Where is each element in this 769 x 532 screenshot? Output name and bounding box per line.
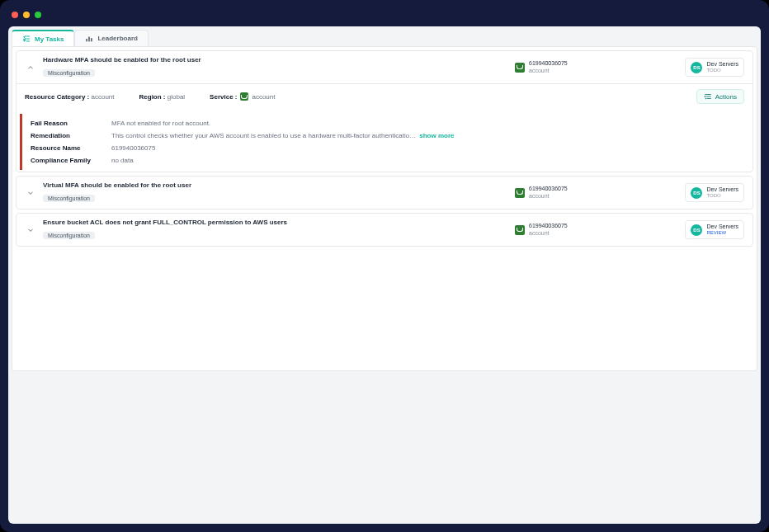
remediation-label: Remediation bbox=[31, 132, 97, 139]
task-card: Virtual MFA should be enabled for the ro… bbox=[16, 176, 753, 210]
actions-icon bbox=[704, 92, 712, 101]
svg-point-7 bbox=[705, 98, 706, 99]
region-label: Region : bbox=[139, 93, 166, 101]
task-server: DS Dev Servers TODO bbox=[670, 58, 744, 76]
remediation-value: This control checks whether your AWS acc… bbox=[111, 132, 416, 139]
aws-icon bbox=[515, 225, 525, 235]
tab-my-tasks[interactable]: My Tasks bbox=[12, 30, 74, 46]
tab-leaderboard-label: Leaderboard bbox=[97, 35, 137, 42]
task-detail-bar: Resource Category : account Region : glo… bbox=[17, 83, 752, 109]
server-badge[interactable]: DS Dev Servers TODO bbox=[685, 58, 744, 76]
maximize-window-icon[interactable] bbox=[35, 12, 41, 18]
server-avatar: DS bbox=[691, 224, 702, 236]
minimize-window-icon[interactable] bbox=[23, 12, 30, 18]
page-surface: My Tasks Leaderboard Hard bbox=[8, 26, 761, 524]
server-name: Dev Servers bbox=[706, 61, 738, 68]
task-title: Ensure bucket ACL does not grant FULL_CO… bbox=[43, 219, 508, 226]
region-value: global bbox=[167, 93, 185, 101]
account-type: account bbox=[529, 230, 568, 237]
chevron-down-icon[interactable] bbox=[25, 189, 36, 197]
chevron-up-icon[interactable] bbox=[25, 64, 36, 72]
task-account: 619940036075 account bbox=[515, 60, 663, 73]
actions-button[interactable]: Actions bbox=[696, 89, 744, 104]
task-tag: Misconfiguration bbox=[43, 69, 95, 77]
server-status: TODO bbox=[706, 193, 738, 199]
tab-bar: My Tasks Leaderboard bbox=[12, 30, 757, 46]
task-title-column: Hardware MFA should be enabled for the r… bbox=[43, 56, 508, 78]
aws-icon bbox=[515, 63, 525, 73]
server-avatar: DS bbox=[691, 62, 702, 73]
show-more-link[interactable]: show more bbox=[419, 132, 454, 139]
task-title: Virtual MFA should be enabled for the ro… bbox=[43, 181, 508, 189]
resource-category-label: Resource Category : bbox=[25, 93, 89, 101]
server-badge[interactable]: DS Dev Servers REVIEW bbox=[685, 220, 744, 238]
svg-rect-3 bbox=[87, 39, 88, 41]
app-window: My Tasks Leaderboard Hard bbox=[0, 0, 769, 532]
task-title: Hardware MFA should be enabled for the r… bbox=[43, 56, 508, 64]
fail-reason-label: Fail Reason bbox=[31, 120, 97, 127]
svg-rect-5 bbox=[92, 38, 93, 41]
fail-reason-value: MFA not enabled for root account. bbox=[111, 120, 743, 127]
resource-category-value: account bbox=[91, 93, 114, 101]
tab-leaderboard[interactable]: Leaderboard bbox=[74, 30, 148, 46]
server-name: Dev Servers bbox=[706, 186, 738, 193]
window-controls bbox=[12, 12, 41, 18]
account-id: 619940036075 bbox=[529, 186, 568, 192]
tab-my-tasks-label: My Tasks bbox=[35, 35, 64, 43]
server-status: TODO bbox=[706, 68, 738, 73]
account-type: account bbox=[529, 68, 568, 74]
task-row[interactable]: Hardware MFA should be enabled for the r… bbox=[17, 51, 752, 83]
leaderboard-icon bbox=[85, 35, 93, 43]
service-value: account bbox=[252, 93, 275, 101]
svg-point-6 bbox=[705, 97, 705, 97]
task-list: Hardware MFA should be enabled for the r… bbox=[12, 46, 757, 371]
server-name: Dev Servers bbox=[706, 224, 738, 230]
svg-rect-4 bbox=[89, 36, 91, 41]
task-row[interactable]: Virtual MFA should be enabled for the ro… bbox=[17, 177, 752, 209]
server-badge[interactable]: DS Dev Servers TODO bbox=[685, 183, 744, 201]
account-id: 619940036075 bbox=[529, 223, 568, 229]
task-row[interactable]: Ensure bucket ACL does not grant FULL_CO… bbox=[17, 214, 752, 246]
task-card: Ensure bucket ACL does not grant FULL_CO… bbox=[16, 213, 753, 247]
account-id: 619940036075 bbox=[529, 60, 568, 67]
resource-name-value: 619940036075 bbox=[111, 144, 743, 152]
server-status: REVIEW bbox=[706, 230, 738, 236]
task-tag: Misconfiguration bbox=[43, 232, 95, 239]
service-label: Service : bbox=[210, 93, 237, 101]
task-tag: Misconfiguration bbox=[43, 195, 95, 202]
aws-icon bbox=[515, 188, 525, 198]
server-avatar: DS bbox=[691, 187, 702, 199]
task-reason-block: Fail ReasonMFA not enabled for root acco… bbox=[20, 114, 749, 170]
chevron-down-icon[interactable] bbox=[25, 226, 36, 234]
task-card: Hardware MFA should be enabled for the r… bbox=[16, 50, 753, 172]
compliance-family-label: Compliance Family bbox=[31, 157, 97, 164]
close-window-icon[interactable] bbox=[12, 12, 18, 18]
compliance-family-value: no data bbox=[111, 157, 743, 164]
aws-icon bbox=[240, 92, 248, 101]
task-list-icon bbox=[22, 35, 31, 43]
resource-name-label: Resource Name bbox=[31, 144, 97, 152]
account-type: account bbox=[529, 193, 568, 200]
actions-button-label: Actions bbox=[715, 93, 737, 101]
